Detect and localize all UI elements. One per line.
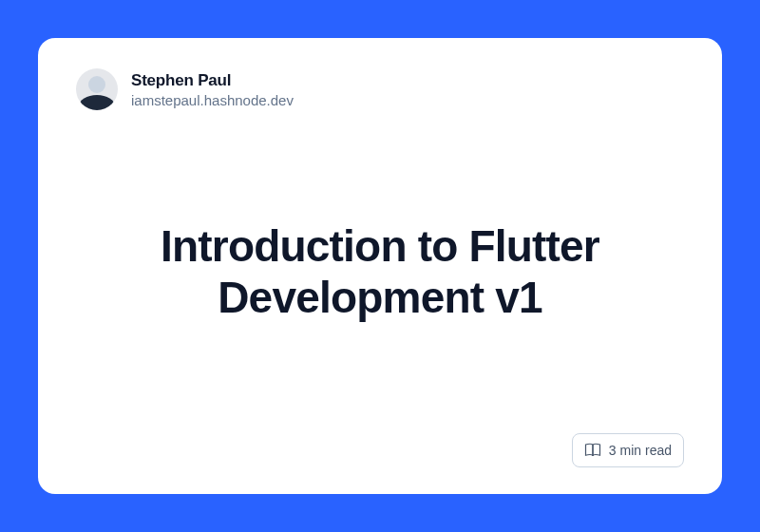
footer: 3 min read (76, 433, 684, 467)
avatar (76, 68, 118, 110)
author-info: Stephen Paul iamstepaul.hashnode.dev (131, 71, 294, 108)
author-domain: iamstepaul.hashnode.dev (131, 92, 294, 108)
read-time-text: 3 min read (609, 443, 672, 458)
book-icon (584, 442, 601, 459)
read-time-badge: 3 min read (572, 433, 684, 467)
article-title: Introduction to Flutter Development v1 (95, 220, 665, 324)
author-header: Stephen Paul iamstepaul.hashnode.dev (76, 68, 684, 110)
author-name: Stephen Paul (131, 71, 294, 90)
title-container: Introduction to Flutter Development v1 (76, 110, 684, 433)
article-card: Stephen Paul iamstepaul.hashnode.dev Int… (38, 38, 722, 494)
